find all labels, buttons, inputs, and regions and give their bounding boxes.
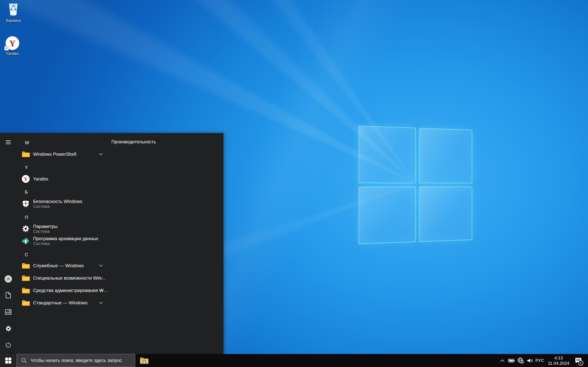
- folder-title: Средства администрирования W…: [33, 288, 108, 293]
- notification-badge: 1: [578, 360, 583, 366]
- folder-row-admin-tools[interactable]: Средства администрирования W…: [18, 284, 108, 297]
- app-subtitle: Система: [33, 204, 82, 209]
- windows-start-icon: [5, 358, 11, 364]
- app-title: Yandex: [33, 176, 48, 182]
- file-explorer-taskbar-icon[interactable]: [137, 354, 152, 367]
- folder-icon: [22, 299, 30, 307]
- section-header-W[interactable]: W: [25, 139, 71, 146]
- section-header-S[interactable]: С: [25, 251, 71, 258]
- search-placeholder: Чтобы начать поиск, введите здесь запрос: [31, 358, 122, 363]
- desktop-icon-recycle-bin[interactable]: Корзина: [1, 2, 25, 23]
- app-title: Windows PowerShell: [33, 151, 76, 157]
- windows-logo-pane: [419, 186, 472, 242]
- yandex-browser-icon: Y: [6, 36, 19, 50]
- recycle-bin-icon: [7, 2, 19, 17]
- folder-icon: [22, 150, 30, 158]
- action-center-icon[interactable]: 1: [571, 354, 585, 367]
- tile-group-header[interactable]: Производительность: [111, 139, 156, 144]
- desktop-icon-label: Корзина: [6, 18, 21, 23]
- app-subtitle: Система: [33, 241, 98, 246]
- start-button[interactable]: [0, 354, 17, 367]
- start-menu: W Windows PowerShell Y Y Yandex: [0, 133, 224, 354]
- folder-row-accessibility[interactable]: Специальные возможности Win…: [18, 272, 108, 284]
- section-header-Y[interactable]: Y: [25, 164, 71, 171]
- app-title: Программа архивации данных: [33, 236, 98, 241]
- language-indicator[interactable]: РУС: [534, 354, 545, 367]
- network-globe-offline-icon[interactable]: [516, 354, 525, 367]
- start-menu-app-list: W Windows PowerShell Y Y Yandex: [0, 133, 110, 354]
- section-header-B[interactable]: Б: [25, 188, 71, 196]
- app-row-backup[interactable]: Программа архивации данных Система: [18, 235, 108, 247]
- folder-icon: [22, 261, 30, 270]
- windows-logo-pane: [419, 128, 472, 183]
- folder-title: Служебные — Windows: [33, 263, 84, 268]
- app-row-windows-security[interactable]: Безопасность Windows Система: [18, 198, 108, 210]
- folder-row-accessories[interactable]: Стандартные — Windows: [18, 297, 108, 309]
- chevron-down-icon[interactable]: [99, 288, 103, 292]
- search-icon: [21, 357, 27, 364]
- windows-security-shield-icon: [22, 200, 30, 208]
- desktop: Корзина Y Yandex: [0, 0, 588, 367]
- folder-title: Специальные возможности Win…: [33, 275, 105, 281]
- backup-cloud-icon: [22, 237, 30, 245]
- desktop-icon-label: Yandex: [6, 51, 19, 56]
- folder-title: Стандартные — Windows: [33, 300, 87, 306]
- app-title: Безопасность Windows: [33, 199, 82, 204]
- chevron-down-icon[interactable]: [99, 276, 103, 280]
- battery-charging-icon[interactable]: [507, 354, 516, 367]
- volume-icon[interactable]: [526, 354, 534, 367]
- clock[interactable]: 4:13 11.04.2024: [547, 354, 571, 367]
- chevron-down-icon[interactable]: [99, 152, 103, 156]
- chevron-down-icon[interactable]: [99, 301, 103, 305]
- section-header-P[interactable]: П: [25, 214, 71, 221]
- app-row-windows-powershell[interactable]: Windows PowerShell: [18, 148, 108, 160]
- taskbar: Чтобы начать поиск, введите здесь запрос: [0, 354, 588, 367]
- desktop-icon-yandex[interactable]: Y Yandex: [0, 36, 24, 56]
- clock-time: 4:13: [554, 355, 563, 361]
- hidden-icons-chevron-icon[interactable]: [498, 354, 506, 367]
- app-row-settings[interactable]: Параметры Система: [18, 223, 108, 235]
- taskbar-search-input[interactable]: Чтобы начать поиск, введите здесь запрос: [17, 354, 135, 367]
- app-row-yandex[interactable]: Y Yandex: [18, 173, 108, 185]
- chevron-down-icon[interactable]: [99, 264, 103, 268]
- windows-logo-pane: [359, 126, 416, 183]
- windows-logo-pane: [359, 186, 416, 244]
- folder-icon: [22, 286, 30, 294]
- yandex-icon: Y: [22, 175, 30, 183]
- shortcut-arrow-icon: [4, 46, 9, 50]
- folder-icon: [22, 274, 30, 282]
- windows-logo-wallpaper: [359, 126, 472, 244]
- app-subtitle: Система: [33, 229, 58, 234]
- settings-gear-icon: [22, 225, 30, 233]
- folder-row-system-windows[interactable]: Служебные — Windows: [18, 259, 108, 272]
- clock-date: 11.04.2024: [548, 361, 569, 366]
- app-title: Параметры: [33, 224, 58, 229]
